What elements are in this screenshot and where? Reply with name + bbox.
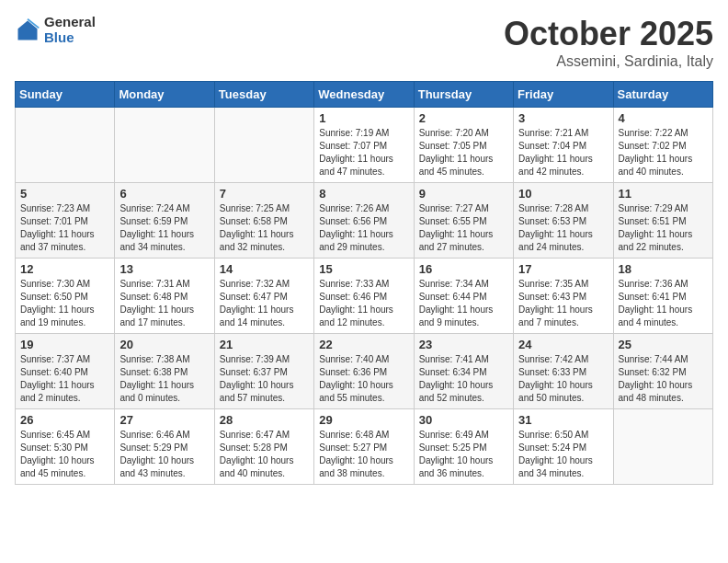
day-info: Sunrise: 7:26 AM Sunset: 6:56 PM Dayligh…: [319, 202, 408, 254]
day-info: Sunrise: 7:42 AM Sunset: 6:33 PM Dayligh…: [518, 353, 608, 405]
weekday-header-monday: Monday: [115, 82, 214, 108]
day-info: Sunrise: 7:29 AM Sunset: 6:51 PM Dayligh…: [619, 202, 708, 254]
day-info: Sunrise: 7:34 AM Sunset: 6:44 PM Dayligh…: [419, 278, 508, 329]
logo-blue-text: Blue: [44, 30, 96, 46]
day-number: 15: [319, 262, 408, 276]
day-number: 11: [619, 187, 708, 201]
day-info: Sunrise: 7:22 AM Sunset: 7:02 PM Dayligh…: [619, 127, 708, 178]
calendar-week-1: 1Sunrise: 7:19 AM Sunset: 7:07 PM Daylig…: [16, 108, 713, 183]
calendar-cell: 3Sunrise: 7:21 AM Sunset: 7:04 PM Daylig…: [514, 108, 613, 183]
day-info: Sunrise: 7:24 AM Sunset: 6:59 PM Dayligh…: [119, 202, 209, 254]
day-number: 13: [119, 262, 209, 276]
day-info: Sunrise: 7:40 AM Sunset: 6:36 PM Dayligh…: [319, 353, 408, 405]
month-title: October 2025: [504, 15, 713, 53]
calendar-cell: [214, 108, 313, 183]
day-info: Sunrise: 6:45 AM Sunset: 5:30 PM Dayligh…: [20, 429, 109, 480]
day-info: Sunrise: 7:28 AM Sunset: 6:53 PM Dayligh…: [518, 202, 608, 254]
day-info: Sunrise: 6:49 AM Sunset: 5:25 PM Dayligh…: [419, 429, 508, 480]
day-info: Sunrise: 7:41 AM Sunset: 6:34 PM Dayligh…: [419, 353, 508, 405]
day-number: 5: [20, 187, 109, 201]
logo-icon: [15, 17, 40, 43]
day-number: 17: [518, 262, 608, 276]
day-info: Sunrise: 6:48 AM Sunset: 5:27 PM Dayligh…: [319, 429, 408, 480]
calendar-cell: 10Sunrise: 7:28 AM Sunset: 6:53 PM Dayli…: [514, 183, 613, 259]
day-number: 9: [419, 187, 508, 201]
weekday-header-row: SundayMondayTuesdayWednesdayThursdayFrid…: [16, 82, 713, 108]
calendar-cell: 15Sunrise: 7:33 AM Sunset: 6:46 PM Dayli…: [314, 259, 414, 334]
calendar-cell: 28Sunrise: 6:47 AM Sunset: 5:28 PM Dayli…: [214, 409, 313, 485]
calendar-week-3: 12Sunrise: 7:30 AM Sunset: 6:50 PM Dayli…: [16, 259, 713, 334]
day-info: Sunrise: 7:19 AM Sunset: 7:07 PM Dayligh…: [319, 127, 408, 178]
calendar-cell: 18Sunrise: 7:36 AM Sunset: 6:41 PM Dayli…: [613, 259, 712, 334]
location-subtitle: Assemini, Sardinia, Italy: [504, 53, 713, 70]
calendar-week-2: 5Sunrise: 7:23 AM Sunset: 7:01 PM Daylig…: [16, 183, 713, 259]
calendar-cell: 13Sunrise: 7:31 AM Sunset: 6:48 PM Dayli…: [115, 259, 214, 334]
day-number: 27: [119, 413, 209, 427]
calendar-table: SundayMondayTuesdayWednesdayThursdayFrid…: [15, 81, 713, 485]
day-info: Sunrise: 7:31 AM Sunset: 6:48 PM Dayligh…: [119, 278, 209, 329]
weekday-header-wednesday: Wednesday: [314, 82, 414, 108]
day-info: Sunrise: 7:20 AM Sunset: 7:05 PM Dayligh…: [419, 127, 508, 178]
day-info: Sunrise: 6:46 AM Sunset: 5:29 PM Dayligh…: [119, 429, 209, 480]
day-info: Sunrise: 6:50 AM Sunset: 5:24 PM Dayligh…: [518, 429, 608, 480]
day-info: Sunrise: 7:30 AM Sunset: 6:50 PM Dayligh…: [20, 278, 109, 329]
calendar-cell: 1Sunrise: 7:19 AM Sunset: 7:07 PM Daylig…: [314, 108, 414, 183]
calendar-cell: 2Sunrise: 7:20 AM Sunset: 7:05 PM Daylig…: [414, 108, 513, 183]
weekday-header-thursday: Thursday: [414, 82, 513, 108]
calendar-cell: 23Sunrise: 7:41 AM Sunset: 6:34 PM Dayli…: [414, 334, 513, 409]
day-number: 26: [20, 413, 109, 427]
day-number: 30: [419, 413, 508, 427]
logo-general-text: General: [44, 15, 96, 30]
day-info: Sunrise: 7:23 AM Sunset: 7:01 PM Dayligh…: [20, 202, 109, 254]
day-info: Sunrise: 7:27 AM Sunset: 6:55 PM Dayligh…: [419, 202, 508, 254]
day-number: 16: [419, 262, 508, 276]
day-number: 12: [20, 262, 109, 276]
day-info: Sunrise: 7:37 AM Sunset: 6:40 PM Dayligh…: [20, 353, 109, 405]
day-info: Sunrise: 7:38 AM Sunset: 6:38 PM Dayligh…: [119, 353, 209, 405]
logo: General Blue: [15, 15, 96, 45]
calendar-cell: 8Sunrise: 7:26 AM Sunset: 6:56 PM Daylig…: [314, 183, 414, 259]
page-header: General Blue October 2025 Assemini, Sard…: [15, 15, 713, 70]
calendar-cell: 9Sunrise: 7:27 AM Sunset: 6:55 PM Daylig…: [414, 183, 513, 259]
calendar-cell: [16, 108, 115, 183]
day-number: 20: [119, 338, 209, 351]
calendar-cell: 27Sunrise: 6:46 AM Sunset: 5:29 PM Dayli…: [115, 409, 214, 485]
day-number: 1: [319, 111, 408, 125]
day-number: 18: [619, 262, 708, 276]
calendar-cell: 25Sunrise: 7:44 AM Sunset: 6:32 PM Dayli…: [613, 334, 712, 409]
weekday-header-sunday: Sunday: [16, 82, 115, 108]
day-number: 23: [419, 338, 508, 351]
day-number: 29: [319, 413, 408, 427]
calendar-week-4: 19Sunrise: 7:37 AM Sunset: 6:40 PM Dayli…: [16, 334, 713, 409]
day-number: 24: [518, 338, 608, 351]
day-number: 22: [319, 338, 408, 351]
calendar-cell: 11Sunrise: 7:29 AM Sunset: 6:51 PM Dayli…: [613, 183, 712, 259]
calendar-cell: 5Sunrise: 7:23 AM Sunset: 7:01 PM Daylig…: [16, 183, 115, 259]
day-number: 25: [619, 338, 708, 351]
calendar-cell: 14Sunrise: 7:32 AM Sunset: 6:47 PM Dayli…: [214, 259, 313, 334]
calendar-cell: [613, 409, 712, 485]
calendar-cell: 16Sunrise: 7:34 AM Sunset: 6:44 PM Dayli…: [414, 259, 513, 334]
day-number: 3: [518, 111, 608, 125]
calendar-cell: 4Sunrise: 7:22 AM Sunset: 7:02 PM Daylig…: [613, 108, 712, 183]
day-number: 2: [419, 111, 508, 125]
day-info: Sunrise: 7:35 AM Sunset: 6:43 PM Dayligh…: [518, 278, 608, 329]
weekday-header-saturday: Saturday: [613, 82, 712, 108]
day-info: Sunrise: 6:47 AM Sunset: 5:28 PM Dayligh…: [220, 429, 309, 480]
day-number: 21: [220, 338, 309, 351]
day-number: 14: [220, 262, 309, 276]
day-info: Sunrise: 7:44 AM Sunset: 6:32 PM Dayligh…: [619, 353, 708, 405]
calendar-cell: 21Sunrise: 7:39 AM Sunset: 6:37 PM Dayli…: [214, 334, 313, 409]
day-number: 4: [619, 111, 708, 125]
day-info: Sunrise: 7:33 AM Sunset: 6:46 PM Dayligh…: [319, 278, 408, 329]
day-info: Sunrise: 7:36 AM Sunset: 6:41 PM Dayligh…: [619, 278, 708, 329]
logo-text: General Blue: [44, 15, 96, 45]
calendar-cell: [115, 108, 214, 183]
calendar-week-5: 26Sunrise: 6:45 AM Sunset: 5:30 PM Dayli…: [16, 409, 713, 485]
calendar-cell: 20Sunrise: 7:38 AM Sunset: 6:38 PM Dayli…: [115, 334, 214, 409]
day-number: 28: [220, 413, 309, 427]
weekday-header-tuesday: Tuesday: [214, 82, 313, 108]
day-info: Sunrise: 7:25 AM Sunset: 6:58 PM Dayligh…: [220, 202, 309, 254]
weekday-header-friday: Friday: [514, 82, 613, 108]
calendar-cell: 22Sunrise: 7:40 AM Sunset: 6:36 PM Dayli…: [314, 334, 414, 409]
